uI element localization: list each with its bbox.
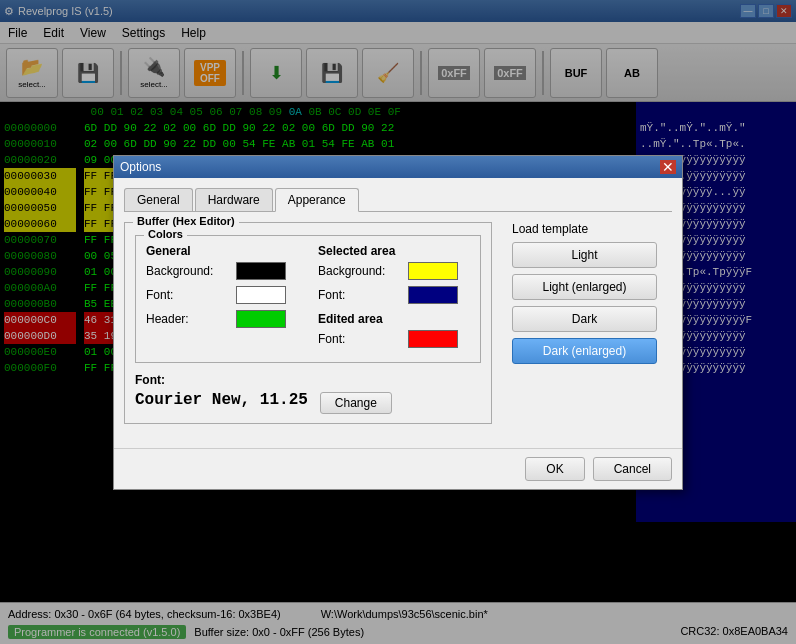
- sel-font-swatch[interactable]: [408, 286, 458, 304]
- edit-font-label: Font:: [318, 332, 408, 346]
- general-colors: General Background: Font:: [146, 244, 298, 354]
- edited-label: Edited area: [318, 312, 470, 326]
- buffer-section: Buffer (Hex Editor) Colors General Backg…: [124, 222, 492, 424]
- template-dark-button[interactable]: Dark: [512, 306, 657, 332]
- colors-section-title: Colors: [144, 228, 187, 240]
- dialog-content: Buffer (Hex Editor) Colors General Backg…: [124, 222, 672, 434]
- dialog-titlebar: Options ✕: [114, 156, 682, 178]
- sel-font-label: Font:: [318, 288, 408, 302]
- sel-bg-label: Background:: [318, 264, 408, 278]
- colors-two-col: General Background: Font:: [146, 244, 470, 354]
- dialog-footer: OK Cancel: [114, 448, 682, 489]
- sel-bg-swatch[interactable]: [408, 262, 458, 280]
- dialog-tabs: General Hardware Apperance: [124, 188, 672, 212]
- font-display: Courier New, 11.25: [135, 391, 308, 409]
- ok-button[interactable]: OK: [525, 457, 584, 481]
- edit-font-row: Font:: [318, 330, 470, 348]
- left-panel: Buffer (Hex Editor) Colors General Backg…: [124, 222, 492, 434]
- options-dialog: Options ✕ General Hardware Apperance Buf…: [113, 155, 683, 490]
- font-section-label: Font:: [135, 373, 481, 387]
- gen-header-swatch[interactable]: [236, 310, 286, 328]
- template-light-button[interactable]: Light: [512, 242, 657, 268]
- gen-font-row: Font:: [146, 286, 298, 304]
- gen-bg-label: Background:: [146, 264, 236, 278]
- gen-font-label: Font:: [146, 288, 236, 302]
- edit-font-swatch[interactable]: [408, 330, 458, 348]
- right-panel: Load template Light Light (enlarged) Dar…: [512, 222, 672, 434]
- gen-header-row: Header:: [146, 310, 298, 328]
- change-font-button[interactable]: Change: [320, 392, 392, 414]
- tab-apperance[interactable]: Apperance: [275, 188, 359, 212]
- general-label: General: [146, 244, 298, 258]
- dialog-title: Options: [120, 160, 161, 174]
- selected-colors: Selected area Background: Font:: [318, 244, 470, 354]
- template-dark-enlarged-button[interactable]: Dark (enlarged): [512, 338, 657, 364]
- cancel-button[interactable]: Cancel: [593, 457, 672, 481]
- selected-label: Selected area: [318, 244, 470, 258]
- load-template-label: Load template: [512, 222, 672, 236]
- colors-section: Colors General Background:: [135, 235, 481, 363]
- gen-header-label: Header:: [146, 312, 236, 326]
- gen-bg-swatch[interactable]: [236, 262, 286, 280]
- gen-font-swatch[interactable]: [236, 286, 286, 304]
- template-light-enlarged-button[interactable]: Light (enlarged): [512, 274, 657, 300]
- sel-bg-row: Background:: [318, 262, 470, 280]
- dialog-close-button[interactable]: ✕: [660, 160, 676, 174]
- buffer-section-title: Buffer (Hex Editor): [133, 215, 239, 227]
- tab-hardware[interactable]: Hardware: [195, 188, 273, 211]
- font-section: Font: Courier New, 11.25 Change: [135, 373, 481, 415]
- sel-font-row: Font:: [318, 286, 470, 304]
- gen-bg-row: Background:: [146, 262, 298, 280]
- dialog-body: General Hardware Apperance Buffer (Hex E…: [114, 178, 682, 444]
- dialog-overlay: Options ✕ General Hardware Apperance Buf…: [0, 0, 796, 644]
- tab-general[interactable]: General: [124, 188, 193, 211]
